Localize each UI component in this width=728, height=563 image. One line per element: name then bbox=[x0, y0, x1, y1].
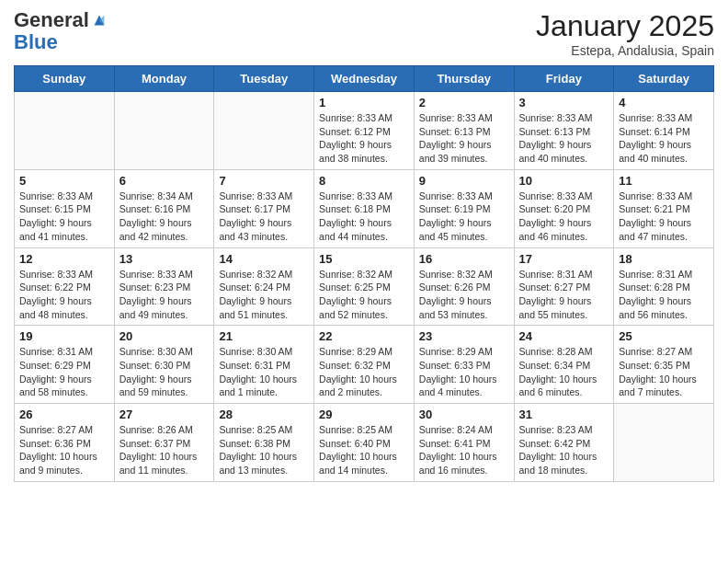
day-info: Sunrise: 8:25 AM Sunset: 6:40 PM Dayligh… bbox=[319, 423, 409, 477]
day-number: 13 bbox=[119, 252, 210, 266]
day-number: 9 bbox=[419, 174, 509, 188]
calendar-cell: 22Sunrise: 8:29 AM Sunset: 6:32 PM Dayli… bbox=[314, 326, 415, 404]
calendar-cell: 23Sunrise: 8:29 AM Sunset: 6:33 PM Dayli… bbox=[414, 326, 514, 404]
calendar-cell: 7Sunrise: 8:33 AM Sunset: 6:17 PM Daylig… bbox=[214, 169, 314, 247]
day-number: 29 bbox=[319, 408, 409, 421]
day-info: Sunrise: 8:31 AM Sunset: 6:27 PM Dayligh… bbox=[519, 268, 609, 322]
calendar-cell: 5Sunrise: 8:33 AM Sunset: 6:15 PM Daylig… bbox=[15, 169, 115, 247]
day-number: 11 bbox=[619, 174, 709, 188]
calendar-cell: 13Sunrise: 8:33 AM Sunset: 6:23 PM Dayli… bbox=[114, 247, 214, 326]
day-info: Sunrise: 8:33 AM Sunset: 6:21 PM Dayligh… bbox=[619, 190, 709, 244]
day-info: Sunrise: 8:32 AM Sunset: 6:26 PM Dayligh… bbox=[419, 268, 509, 322]
calendar-table: SundayMondayTuesdayWednesdayThursdayFrid… bbox=[14, 65, 714, 482]
calendar-week-2: 12Sunrise: 8:33 AM Sunset: 6:22 PM Dayli… bbox=[15, 247, 714, 326]
day-info: Sunrise: 8:23 AM Sunset: 6:42 PM Dayligh… bbox=[519, 423, 609, 477]
page-container: General Blue January 2025 Estepa, Andalu… bbox=[0, 0, 728, 563]
calendar-cell: 2Sunrise: 8:33 AM Sunset: 6:13 PM Daylig… bbox=[414, 92, 514, 170]
day-number: 28 bbox=[219, 408, 309, 421]
calendar-cell: 29Sunrise: 8:25 AM Sunset: 6:40 PM Dayli… bbox=[314, 404, 415, 482]
day-number: 24 bbox=[519, 329, 609, 343]
calendar-cell bbox=[614, 404, 714, 482]
calendar-cell bbox=[114, 92, 214, 170]
day-number: 5 bbox=[19, 174, 109, 188]
calendar-cell: 20Sunrise: 8:30 AM Sunset: 6:30 PM Dayli… bbox=[114, 326, 214, 404]
day-number: 14 bbox=[219, 252, 309, 266]
day-info: Sunrise: 8:33 AM Sunset: 6:19 PM Dayligh… bbox=[419, 190, 509, 244]
day-info: Sunrise: 8:33 AM Sunset: 6:17 PM Dayligh… bbox=[219, 190, 309, 244]
day-info: Sunrise: 8:31 AM Sunset: 6:28 PM Dayligh… bbox=[619, 268, 709, 322]
calendar-subtitle: Estepa, Andalusia, Spain bbox=[536, 43, 714, 58]
calendar-cell: 25Sunrise: 8:27 AM Sunset: 6:35 PM Dayli… bbox=[614, 326, 714, 404]
day-number: 30 bbox=[419, 408, 509, 421]
calendar-cell: 21Sunrise: 8:30 AM Sunset: 6:31 PM Dayli… bbox=[214, 326, 314, 404]
calendar-cell bbox=[15, 92, 115, 170]
calendar-cell: 16Sunrise: 8:32 AM Sunset: 6:26 PM Dayli… bbox=[414, 247, 514, 326]
day-info: Sunrise: 8:32 AM Sunset: 6:25 PM Dayligh… bbox=[319, 268, 409, 322]
day-info: Sunrise: 8:27 AM Sunset: 6:36 PM Dayligh… bbox=[19, 423, 109, 477]
day-header-tuesday: Tuesday bbox=[214, 66, 314, 92]
calendar-cell: 15Sunrise: 8:32 AM Sunset: 6:25 PM Dayli… bbox=[314, 247, 415, 326]
day-header-sunday: Sunday bbox=[15, 66, 115, 92]
day-number: 6 bbox=[119, 174, 210, 188]
day-number: 1 bbox=[319, 96, 409, 109]
calendar-cell: 24Sunrise: 8:28 AM Sunset: 6:34 PM Dayli… bbox=[514, 326, 614, 404]
day-header-thursday: Thursday bbox=[414, 66, 514, 92]
day-info: Sunrise: 8:33 AM Sunset: 6:13 PM Dayligh… bbox=[519, 111, 609, 166]
calendar-cell: 6Sunrise: 8:34 AM Sunset: 6:16 PM Daylig… bbox=[114, 169, 214, 247]
day-number: 4 bbox=[619, 96, 709, 109]
day-number: 7 bbox=[219, 174, 309, 188]
day-info: Sunrise: 8:33 AM Sunset: 6:14 PM Dayligh… bbox=[619, 111, 709, 166]
day-number: 22 bbox=[319, 329, 409, 343]
day-number: 16 bbox=[419, 252, 509, 266]
day-number: 25 bbox=[619, 329, 709, 343]
day-number: 8 bbox=[319, 174, 409, 188]
calendar-title: January 2025 bbox=[536, 9, 714, 43]
day-info: Sunrise: 8:25 AM Sunset: 6:38 PM Dayligh… bbox=[219, 423, 309, 477]
day-number: 31 bbox=[519, 408, 609, 421]
day-number: 12 bbox=[19, 252, 109, 266]
day-number: 2 bbox=[419, 96, 509, 109]
day-header-monday: Monday bbox=[114, 66, 214, 92]
day-info: Sunrise: 8:30 AM Sunset: 6:30 PM Dayligh… bbox=[119, 345, 210, 399]
day-info: Sunrise: 8:28 AM Sunset: 6:34 PM Dayligh… bbox=[519, 345, 609, 399]
calendar-cell: 19Sunrise: 8:31 AM Sunset: 6:29 PM Dayli… bbox=[15, 326, 115, 404]
day-info: Sunrise: 8:26 AM Sunset: 6:37 PM Dayligh… bbox=[119, 423, 210, 477]
day-number: 18 bbox=[619, 252, 709, 266]
day-info: Sunrise: 8:33 AM Sunset: 6:20 PM Dayligh… bbox=[519, 190, 609, 244]
day-number: 23 bbox=[419, 329, 509, 343]
day-info: Sunrise: 8:32 AM Sunset: 6:24 PM Dayligh… bbox=[219, 268, 309, 322]
calendar-cell: 14Sunrise: 8:32 AM Sunset: 6:24 PM Dayli… bbox=[214, 247, 314, 326]
day-info: Sunrise: 8:33 AM Sunset: 6:23 PM Dayligh… bbox=[119, 268, 210, 322]
day-number: 21 bbox=[219, 329, 309, 343]
calendar-cell: 18Sunrise: 8:31 AM Sunset: 6:28 PM Dayli… bbox=[614, 247, 714, 326]
calendar-week-4: 26Sunrise: 8:27 AM Sunset: 6:36 PM Dayli… bbox=[15, 404, 714, 482]
logo-general-text: General bbox=[14, 9, 89, 31]
day-info: Sunrise: 8:33 AM Sunset: 6:13 PM Dayligh… bbox=[419, 111, 509, 166]
day-info: Sunrise: 8:33 AM Sunset: 6:12 PM Dayligh… bbox=[319, 111, 409, 166]
day-info: Sunrise: 8:24 AM Sunset: 6:41 PM Dayligh… bbox=[419, 423, 509, 477]
calendar-cell: 31Sunrise: 8:23 AM Sunset: 6:42 PM Dayli… bbox=[514, 404, 614, 482]
day-info: Sunrise: 8:29 AM Sunset: 6:32 PM Dayligh… bbox=[319, 345, 409, 399]
calendar-header-row: SundayMondayTuesdayWednesdayThursdayFrid… bbox=[15, 66, 714, 92]
day-info: Sunrise: 8:34 AM Sunset: 6:16 PM Dayligh… bbox=[119, 190, 210, 244]
calendar-cell: 26Sunrise: 8:27 AM Sunset: 6:36 PM Dayli… bbox=[15, 404, 115, 482]
day-info: Sunrise: 8:31 AM Sunset: 6:29 PM Dayligh… bbox=[19, 345, 109, 399]
day-number: 3 bbox=[519, 96, 609, 109]
calendar-cell: 27Sunrise: 8:26 AM Sunset: 6:37 PM Dayli… bbox=[114, 404, 214, 482]
calendar-cell: 10Sunrise: 8:33 AM Sunset: 6:20 PM Dayli… bbox=[514, 169, 614, 247]
day-header-friday: Friday bbox=[514, 66, 614, 92]
calendar-cell: 12Sunrise: 8:33 AM Sunset: 6:22 PM Dayli… bbox=[15, 247, 115, 326]
calendar-cell: 3Sunrise: 8:33 AM Sunset: 6:13 PM Daylig… bbox=[514, 92, 614, 170]
calendar-cell: 30Sunrise: 8:24 AM Sunset: 6:41 PM Dayli… bbox=[414, 404, 514, 482]
day-info: Sunrise: 8:33 AM Sunset: 6:15 PM Dayligh… bbox=[19, 190, 109, 244]
calendar-week-0: 1Sunrise: 8:33 AM Sunset: 6:12 PM Daylig… bbox=[15, 92, 714, 170]
header: General Blue January 2025 Estepa, Andalu… bbox=[14, 9, 714, 58]
calendar-cell: 1Sunrise: 8:33 AM Sunset: 6:12 PM Daylig… bbox=[314, 92, 415, 170]
calendar-cell: 4Sunrise: 8:33 AM Sunset: 6:14 PM Daylig… bbox=[614, 92, 714, 170]
day-number: 17 bbox=[519, 252, 609, 266]
day-info: Sunrise: 8:33 AM Sunset: 6:18 PM Dayligh… bbox=[319, 190, 409, 244]
calendar-cell: 28Sunrise: 8:25 AM Sunset: 6:38 PM Dayli… bbox=[214, 404, 314, 482]
day-number: 15 bbox=[319, 252, 409, 266]
logo-icon bbox=[91, 12, 108, 29]
day-info: Sunrise: 8:29 AM Sunset: 6:33 PM Dayligh… bbox=[419, 345, 509, 399]
